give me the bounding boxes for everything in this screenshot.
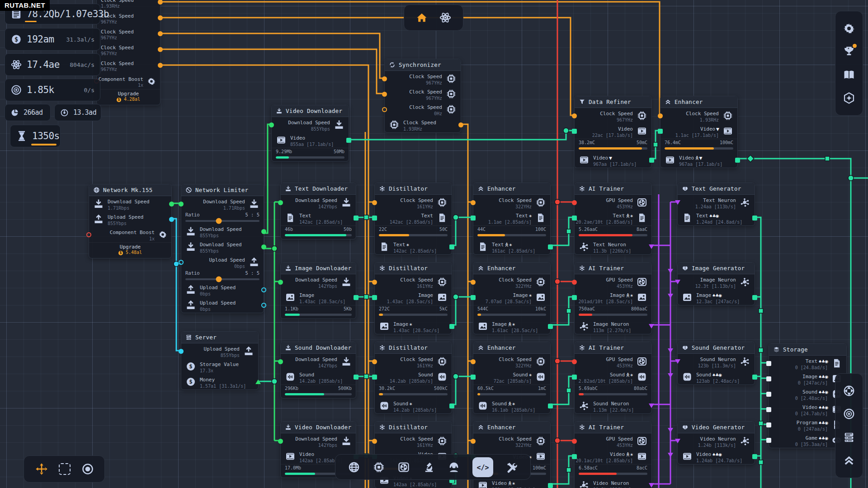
port[interactable] — [649, 244, 654, 249]
port[interactable] — [572, 216, 577, 221]
port[interactable] — [169, 217, 174, 222]
trophy-button[interactable] — [843, 45, 855, 58]
port[interactable] — [261, 287, 266, 292]
port[interactable] — [572, 375, 577, 380]
node-d2[interactable]: DistillatorClock Speed161YHzImage1.43ac … — [374, 262, 452, 334]
port[interactable] — [649, 158, 654, 163]
node-sync[interactable]: SynchronizerClock Speed967YHzClock Speed… — [384, 59, 461, 133]
port[interactable] — [471, 216, 476, 221]
port[interactable] — [766, 392, 771, 397]
port[interactable] — [752, 375, 757, 380]
port[interactable] — [382, 76, 387, 81]
node-ai4[interactable]: AI TrainerGPU Speed453YHzVideo ≫∗20.1ac/… — [574, 421, 652, 488]
port[interactable] — [158, 31, 163, 36]
atom-button[interactable] — [439, 11, 452, 24]
port[interactable] — [675, 280, 680, 284]
node-ai2[interactable]: AI TrainerGPU Speed453YHzImage ≫∗201ad/1… — [574, 262, 652, 334]
port[interactable] — [658, 113, 663, 118]
port[interactable] — [471, 375, 476, 380]
port[interactable] — [548, 324, 553, 329]
port[interactable] — [649, 324, 654, 328]
book-button[interactable] — [843, 69, 855, 81]
code-button[interactable]: </> — [472, 457, 493, 477]
node-vd0[interactable]: Video DownloaderDownload Speed855YbpsVid… — [271, 105, 349, 162]
port[interactable] — [675, 359, 680, 364]
port[interactable] — [261, 303, 266, 308]
port[interactable] — [471, 295, 476, 300]
port[interactable] — [766, 407, 771, 412]
port[interactable] — [572, 280, 577, 285]
port[interactable] — [278, 439, 283, 444]
node-ai1[interactable]: AI TrainerGPU Speed453YHzText ≫∗20.2ae/1… — [574, 183, 652, 255]
port[interactable] — [766, 438, 771, 443]
port[interactable] — [158, 47, 163, 52]
server-button[interactable] — [843, 431, 855, 444]
port[interactable] — [766, 376, 771, 381]
port[interactable] — [382, 92, 387, 97]
person-button[interactable] — [448, 461, 460, 474]
port[interactable] — [278, 359, 283, 364]
badge-button[interactable] — [843, 92, 855, 104]
node-nwk[interactable]: Network Mk.155Download Speed1.71RbpsUplo… — [89, 184, 172, 258]
gpu-button[interactable] — [397, 461, 410, 474]
port[interactable] — [675, 200, 680, 205]
port[interactable] — [179, 349, 184, 354]
port[interactable] — [752, 454, 757, 459]
port[interactable] — [572, 295, 577, 300]
node-d1[interactable]: DistillatorClock Speed161YHzText142ac [2… — [374, 183, 452, 255]
port[interactable] — [572, 200, 577, 205]
node-vg[interactable]: Video GeneratorVideo Neuron1.24b [113k/s… — [677, 421, 755, 465]
port[interactable] — [548, 483, 553, 488]
upgrade-button[interactable]: Upgrade $ 4.28al — [97, 89, 160, 105]
microscope-button[interactable] — [423, 461, 435, 474]
tools-button[interactable] — [505, 461, 518, 474]
port[interactable] — [372, 359, 377, 364]
port[interactable] — [372, 280, 377, 285]
port[interactable] — [471, 359, 476, 364]
port[interactable] — [572, 113, 577, 118]
port[interactable] — [86, 232, 91, 237]
port[interactable] — [471, 280, 476, 285]
port[interactable] — [458, 122, 463, 127]
port[interactable] — [766, 422, 771, 427]
node-d3[interactable]: DistillatorClock Speed161YHzSound14.2ab … — [374, 342, 452, 414]
port[interactable] — [471, 200, 476, 205]
node-e3[interactable]: EnhancerClock Speed322YHzSound ∗72ac [28… — [473, 342, 551, 414]
select-tool[interactable] — [59, 463, 71, 475]
port[interactable] — [346, 138, 351, 143]
port[interactable] — [372, 200, 377, 205]
port[interactable] — [278, 200, 283, 205]
globe-button[interactable] — [348, 461, 360, 474]
port[interactable] — [658, 129, 663, 134]
port[interactable] — [548, 244, 553, 249]
port[interactable] — [278, 280, 283, 285]
circletool-button[interactable] — [81, 463, 94, 475]
port[interactable] — [372, 295, 377, 300]
port[interactable] — [179, 202, 184, 206]
port[interactable] — [752, 216, 757, 221]
aperture-button[interactable] — [843, 385, 855, 397]
node-nl[interactable]: Network LimiterDownload Speed1.71Rbps Ra… — [181, 184, 264, 313]
ratio-slider[interactable]: Ratio5 : 5 — [181, 270, 264, 282]
port[interactable] — [735, 158, 740, 163]
chevrons-button[interactable] — [843, 454, 855, 467]
game-canvas[interactable]: Clock Speed1.93RHzClock Speed967YHzClock… — [0, 0, 868, 488]
port[interactable] — [158, 63, 163, 68]
port[interactable] — [572, 454, 577, 459]
port[interactable] — [449, 324, 454, 329]
node-ig[interactable]: Image GeneratorImage Neuron12.3t [1.13b/… — [677, 262, 755, 305]
port[interactable] — [548, 404, 553, 408]
port[interactable] — [766, 361, 771, 366]
port[interactable] — [354, 375, 359, 380]
node-dr[interactable]: Data RefinerClock Speed967YHzVideo22ac [… — [574, 96, 652, 168]
upgrade-button[interactable]: Upgrade $ 5.48al — [89, 242, 171, 258]
port[interactable] — [354, 216, 359, 221]
node-td[interactable]: Text DownloaderDownload Speed142YbpsText… — [280, 183, 356, 239]
port[interactable] — [752, 295, 757, 300]
node-tg[interactable]: Text GeneratorText Neuron1.24aa [113b/s]… — [677, 183, 755, 226]
port[interactable] — [675, 439, 680, 443]
gear-button[interactable] — [843, 22, 855, 35]
node-e1[interactable]: EnhancerClock Speed322YHzText ∗1.1ae [2.… — [473, 183, 551, 255]
node-e2[interactable]: EnhancerClock Speed322YHzImage ∗7.07ad [… — [473, 262, 551, 334]
node-imgd[interactable]: Image DownloaderDownload Speed142YbpsIma… — [280, 262, 356, 319]
